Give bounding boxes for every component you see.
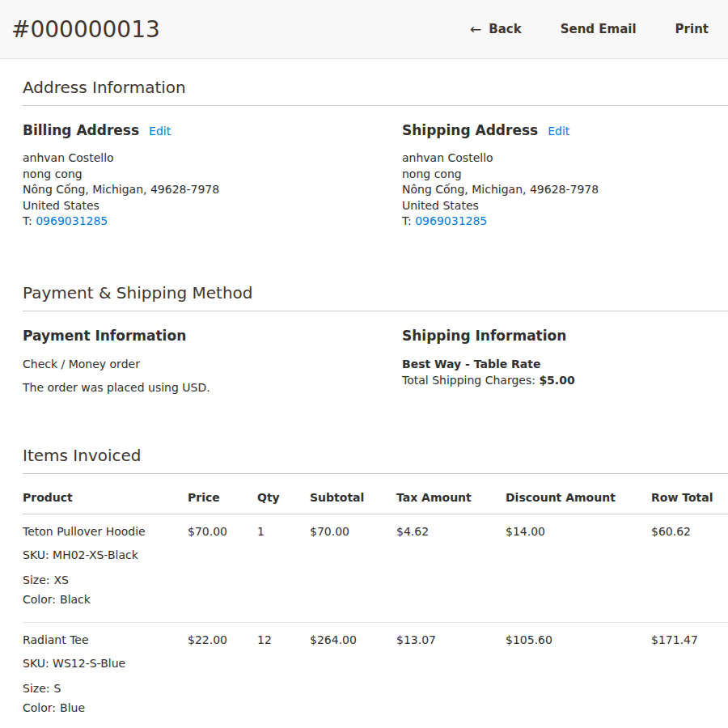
subtotal-cell: $70.00	[310, 514, 396, 622]
tax-amount-cell: $13.07	[396, 622, 506, 728]
billing-address-block: Billing Address Edit anhvan Costello non…	[23, 122, 402, 230]
shipping-name: anhvan Costello	[402, 150, 728, 167]
size-label: Size:	[23, 682, 49, 695]
address-information-title: Address Information	[23, 78, 728, 106]
shipping-street: nong cong	[402, 167, 728, 183]
product-option-color: Color:Black	[23, 593, 180, 606]
page-header: #000000013 ← Back Send Email Print	[0, 0, 728, 59]
billing-address-heading: Billing Address	[23, 122, 139, 138]
items-table-header-row: Product Price Qty Subtotal Tax Amount Di…	[23, 474, 728, 514]
send-email-button[interactable]: Send Email	[561, 22, 637, 36]
col-header-qty: Qty	[257, 474, 310, 514]
header-actions: ← Back Send Email Print	[470, 21, 709, 37]
payment-currency-note: The order was placed using USD.	[23, 381, 402, 394]
size-value: S	[53, 682, 61, 695]
product-option-size: Size:XS	[23, 574, 180, 586]
table-row: Radiant Tee SKU: WS12-S-Blue Size:S Colo…	[23, 622, 728, 728]
shipping-address-edit-link[interactable]: Edit	[548, 125, 569, 138]
price-cell: $22.00	[188, 622, 257, 728]
qty-cell: 1	[257, 514, 310, 622]
size-label: Size:	[23, 574, 49, 586]
page-title: #000000013	[11, 16, 160, 43]
product-name: Teton Pullover Hoodie	[23, 525, 180, 538]
tax-amount-cell: $4.62	[396, 514, 506, 622]
invoice-view-content: Address Information Billing Address Edit…	[0, 78, 728, 728]
billing-city-state-zip: Nông Cống, Michigan, 49628-7978	[23, 182, 402, 198]
shipping-phone-link[interactable]: 0969031285	[415, 214, 487, 227]
product-cell: Radiant Tee SKU: WS12-S-Blue Size:S Colo…	[23, 622, 188, 728]
billing-phone-link[interactable]: 0969031285	[36, 214, 108, 227]
shipping-charges-value: $5.00	[539, 374, 574, 387]
col-header-tax-amount: Tax Amount	[396, 474, 506, 514]
shipping-country: United States	[402, 198, 728, 214]
payment-method: Check / Money order	[23, 358, 402, 370]
color-label: Color:	[23, 593, 56, 606]
table-row: Teton Pullover Hoodie SKU: MH02-XS-Black…	[23, 514, 728, 622]
shipping-information-heading: Shipping Information	[402, 328, 566, 344]
phone-label: T:	[402, 214, 415, 227]
shipping-charges-line: Total Shipping Charges: $5.00	[402, 374, 728, 387]
product-sku: SKU: MH02-XS-Black	[23, 548, 180, 561]
product-option-size: Size:S	[23, 682, 180, 695]
row-total-cell: $171.47	[651, 622, 728, 728]
qty-cell: 12	[257, 622, 310, 728]
print-button[interactable]: Print	[675, 22, 709, 36]
phone-label: T:	[23, 214, 36, 227]
col-header-discount-amount: Discount Amount	[506, 474, 651, 514]
shipping-charges-label: Total Shipping Charges:	[402, 374, 539, 387]
billing-address-text: anhvan Costello nong cong Nông Cống, Mic…	[23, 150, 402, 230]
shipping-phone-line: T: 0969031285	[402, 214, 728, 230]
items-table: Product Price Qty Subtotal Tax Amount Di…	[23, 474, 728, 728]
subtotal-cell: $264.00	[310, 622, 396, 728]
discount-amount-cell: $105.60	[506, 622, 651, 728]
shipping-information-block: Shipping Information Best Way - Table Ra…	[402, 328, 728, 394]
shipping-address-block: Shipping Address Edit anhvan Costello no…	[402, 122, 728, 230]
shipping-address-heading: Shipping Address	[402, 122, 538, 138]
billing-name: anhvan Costello	[23, 150, 402, 167]
size-value: XS	[53, 574, 68, 586]
back-arrow-icon: ←	[470, 21, 481, 37]
product-cell: Teton Pullover Hoodie SKU: MH02-XS-Black…	[23, 514, 188, 622]
billing-address-edit-link[interactable]: Edit	[149, 125, 171, 138]
col-header-subtotal: Subtotal	[310, 474, 396, 514]
col-header-product: Product	[23, 474, 188, 514]
payment-information-block: Payment Information Check / Money order …	[23, 328, 402, 394]
col-header-row-total: Row Total	[651, 474, 728, 514]
address-information-section: Address Information Billing Address Edit…	[23, 78, 728, 230]
billing-phone-line: T: 0969031285	[23, 214, 402, 230]
shipping-method: Best Way - Table Rate	[402, 358, 728, 370]
items-invoiced-section: Items Invoiced Product Price Qty Subtota…	[23, 446, 728, 728]
back-button-label: Back	[489, 22, 521, 36]
items-invoiced-title: Items Invoiced	[23, 446, 728, 474]
payment-information-heading: Payment Information	[23, 328, 186, 344]
payment-shipping-title: Payment & Shipping Method	[23, 283, 728, 311]
shipping-address-text: anhvan Costello nong cong Nông Cống, Mic…	[402, 150, 728, 230]
price-cell: $70.00	[188, 514, 257, 622]
color-value: Black	[60, 593, 91, 606]
shipping-city-state-zip: Nông Cống, Michigan, 49628-7978	[402, 182, 728, 198]
billing-street: nong cong	[23, 167, 402, 183]
row-total-cell: $60.62	[651, 514, 728, 622]
color-value: Blue	[60, 701, 85, 714]
back-button[interactable]: ← Back	[470, 21, 522, 37]
billing-country: United States	[23, 198, 402, 214]
product-sku: SKU: WS12-S-Blue	[23, 657, 180, 670]
color-label: Color:	[23, 701, 56, 714]
discount-amount-cell: $14.00	[506, 514, 651, 622]
product-option-color: Color:Blue	[23, 701, 180, 714]
col-header-price: Price	[188, 474, 257, 514]
payment-shipping-section: Payment & Shipping Method Payment Inform…	[23, 283, 728, 394]
product-name: Radiant Tee	[23, 633, 180, 646]
